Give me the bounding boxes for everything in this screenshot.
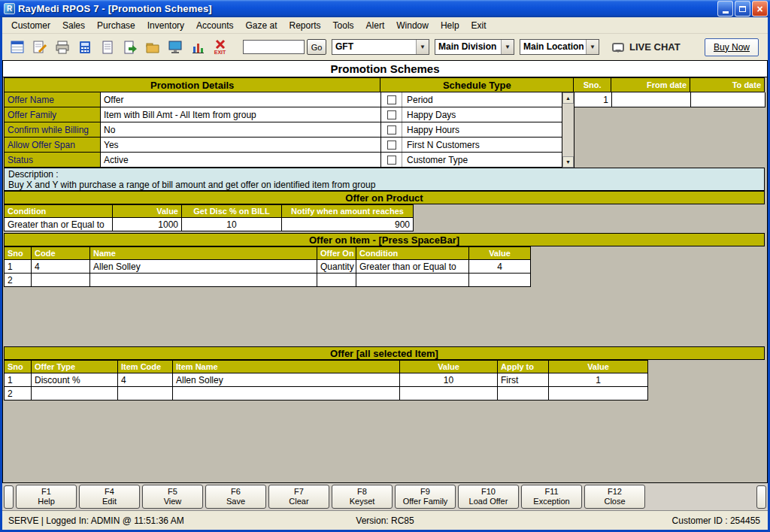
minimize-button[interactable] — [717, 1, 733, 17]
table-cell[interactable] — [356, 274, 469, 287]
search-input[interactable] — [243, 40, 305, 54]
table-cell[interactable]: 4 — [469, 260, 531, 274]
location-select[interactable]: Main Location ▼ — [520, 39, 599, 55]
menu-item-help[interactable]: Help — [435, 19, 465, 32]
table-cell[interactable]: 4 — [32, 260, 90, 274]
allow-offer-span-value[interactable]: Yes — [101, 138, 381, 153]
edge-button-left[interactable] — [4, 485, 14, 509]
menu-item-tools[interactable]: Tools — [327, 19, 360, 32]
table-cell[interactable]: 1 — [5, 260, 32, 274]
print-icon[interactable] — [52, 36, 72, 59]
table-cell[interactable]: 2 — [5, 274, 32, 287]
table-cell[interactable]: 4 — [118, 373, 173, 387]
offer-name-value[interactable]: Offer — [101, 92, 381, 107]
display-icon[interactable] — [165, 36, 185, 59]
table-cell[interactable]: 1 — [549, 373, 648, 387]
table-cell[interactable]: Discount % — [32, 373, 118, 387]
scroll-down-icon[interactable]: ▼ — [562, 156, 574, 168]
fkey-label: Close — [604, 497, 625, 506]
f9-offer-family-button[interactable]: F9 Offer Family — [395, 485, 456, 509]
schedule-to-date-cell[interactable] — [691, 92, 765, 107]
schedule-from-date-cell[interactable] — [612, 92, 691, 107]
status-version: Version: RC85 — [356, 515, 414, 526]
company-select[interactable]: GFT ▼ — [332, 39, 429, 55]
chevron-down-icon[interactable]: ▼ — [501, 40, 514, 54]
f12-close-button[interactable]: F12 Close — [584, 485, 645, 509]
restore-button[interactable] — [735, 1, 750, 17]
chart-icon[interactable] — [187, 36, 208, 59]
confirm-while-billing-value[interactable]: No — [101, 122, 381, 138]
table-cell[interactable]: Quantity — [317, 260, 356, 274]
f4-edit-button[interactable]: F4 Edit — [79, 485, 140, 509]
status-value[interactable]: Active — [101, 153, 381, 168]
division-select[interactable]: Main Division ▼ — [435, 39, 514, 55]
table-cell[interactable] — [498, 387, 549, 401]
schedule-option-happy-hours[interactable]: Happy Hours — [402, 125, 574, 135]
menu-item-inventory[interactable]: Inventory — [141, 19, 190, 32]
table-cell[interactable] — [32, 274, 90, 287]
table-cell[interactable] — [469, 274, 531, 287]
product-condition-cell[interactable]: Greater than or Equal to — [5, 218, 113, 231]
table-cell[interactable]: Allen Solley — [90, 260, 317, 274]
product-disc-cell[interactable]: 10 — [182, 218, 282, 231]
menu-item-purchase[interactable]: Purchase — [91, 19, 141, 32]
menu-item-exit[interactable]: Exit — [465, 19, 493, 32]
f6-save-button[interactable]: F6 Save — [205, 485, 266, 509]
table-cell[interactable]: Allen Solley — [173, 373, 400, 387]
table-cell[interactable]: 10 — [400, 373, 498, 387]
export-icon[interactable] — [120, 36, 140, 59]
checkbox-period[interactable] — [387, 95, 396, 104]
close-button[interactable]: × — [752, 1, 768, 17]
product-notify-cell[interactable]: 900 — [282, 218, 414, 231]
save-icon[interactable] — [29, 36, 50, 59]
f7-clear-button[interactable]: F7 Clear — [268, 485, 329, 509]
menu-item-customer[interactable]: Customer — [5, 19, 56, 32]
exit-icon[interactable]: EXIT — [210, 36, 230, 59]
schedule-option-customer-type[interactable]: Customer Type — [402, 155, 574, 165]
notes-icon[interactable] — [97, 36, 117, 59]
product-value-cell[interactable]: 1000 — [113, 218, 182, 231]
table-cell[interactable] — [173, 387, 400, 401]
menu-item-alert[interactable]: Alert — [360, 19, 391, 32]
f1-help-button[interactable]: F1 Help — [16, 485, 77, 509]
checkbox-customer-type[interactable] — [387, 156, 396, 165]
calculator-icon[interactable] — [74, 36, 95, 59]
table-cell[interactable]: Greater than or Equal to — [356, 260, 469, 274]
table-cell[interactable] — [549, 387, 648, 401]
f8-keyset-button[interactable]: F8 Keyset — [332, 485, 393, 509]
table-cell[interactable] — [90, 274, 317, 287]
table-cell[interactable]: 2 — [5, 387, 32, 401]
form-icon[interactable] — [7, 36, 27, 59]
table-cell[interactable] — [400, 387, 498, 401]
menu-item-gaze-at[interactable]: Gaze at — [239, 19, 283, 32]
schedule-scrollbar[interactable]: ▲ ▼ — [562, 92, 574, 168]
checkbox-happy-hours[interactable] — [387, 125, 396, 135]
table-cell[interactable] — [118, 387, 173, 401]
schedule-sno-cell[interactable]: 1 — [574, 92, 612, 107]
f5-view-button[interactable]: F5 View — [142, 485, 203, 509]
scroll-up-icon[interactable]: ▲ — [562, 92, 574, 104]
open-folder-icon[interactable] — [142, 36, 162, 59]
table-cell[interactable]: First — [498, 373, 549, 387]
menu-item-reports[interactable]: Reports — [283, 19, 327, 32]
checkbox-first-n-customers[interactable] — [387, 141, 396, 150]
f11-exception-button[interactable]: F11 Exception — [521, 485, 582, 509]
buy-now-button[interactable]: Buy Now — [705, 38, 759, 56]
menu-item-window[interactable]: Window — [390, 19, 435, 32]
checkbox-happy-days[interactable] — [387, 110, 396, 119]
chevron-down-icon[interactable]: ▼ — [586, 40, 599, 54]
menu-item-sales[interactable]: Sales — [56, 19, 91, 32]
offer-family-value[interactable]: Item with Bill Amt - All Item from group — [101, 107, 381, 122]
schedule-option-period[interactable]: Period — [402, 95, 574, 105]
chevron-down-icon[interactable]: ▼ — [416, 40, 429, 54]
table-cell[interactable] — [317, 274, 356, 287]
table-cell[interactable] — [32, 387, 118, 401]
schedule-option-happy-days[interactable]: Happy Days — [402, 110, 574, 120]
live-chat-link[interactable]: LIVE CHAT — [612, 41, 681, 53]
schedule-option-first-n-customers[interactable]: First N Customers — [402, 140, 574, 150]
go-button[interactable]: Go — [307, 39, 326, 55]
f10-load-offer-button[interactable]: F10 Load Offer — [458, 485, 519, 509]
menu-item-accounts[interactable]: Accounts — [190, 19, 239, 32]
table-cell[interactable]: 1 — [5, 373, 32, 387]
edge-button-right[interactable] — [756, 485, 766, 509]
